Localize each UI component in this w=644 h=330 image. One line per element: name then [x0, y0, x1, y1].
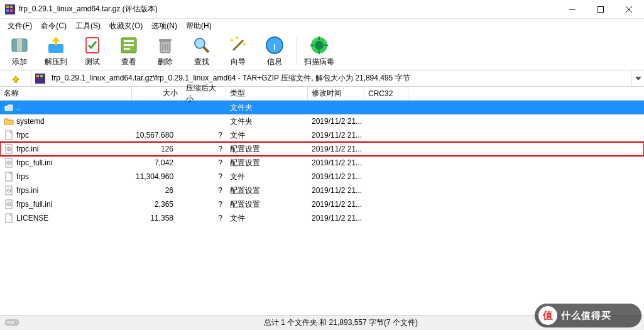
svg-point-25 — [231, 39, 233, 41]
cell-packed: ? — [182, 158, 226, 167]
col-date[interactable]: 修改时间 — [308, 87, 364, 100]
cell-date: 2019/11/2 21... — [308, 186, 364, 195]
find-button[interactable]: 查找 — [186, 35, 217, 67]
cell-size: 11,304,960 — [132, 172, 182, 181]
svg-rect-16 — [124, 48, 130, 50]
path-input[interactable] — [49, 70, 631, 86]
col-crc[interactable]: CRC32 — [364, 87, 408, 100]
col-name[interactable]: 名称 — [0, 87, 132, 100]
test-button[interactable]: 测试 — [77, 35, 108, 67]
cell-date: 2019/11/2 21... — [308, 158, 364, 167]
path-dropdown[interactable] — [631, 70, 644, 86]
menu-tools[interactable]: 工具(S) — [72, 19, 104, 33]
cell-date: 2019/11/2 21... — [308, 200, 364, 209]
cell-size: 126 — [132, 145, 182, 153]
cell-type: 配置设置 — [226, 158, 308, 168]
cell-type: 文件 — [226, 213, 308, 224]
cell-name: frpc.ini — [0, 144, 132, 154]
table-row[interactable]: frpc10,567,680?文件2019/11/2 21... — [0, 128, 644, 142]
svg-rect-10 — [17, 39, 22, 52]
table-row[interactable]: frpc_full.ini7,042?配置设置2019/11/2 21... — [0, 156, 644, 170]
cell-name: frpc — [0, 130, 132, 140]
svg-rect-14 — [124, 40, 134, 42]
table-row[interactable]: systemd文件夹2019/11/2 21... — [0, 114, 644, 128]
table-row[interactable]: frps.ini26?配置设置2019/11/2 21... — [0, 184, 644, 197]
svg-rect-15 — [124, 44, 134, 46]
svg-rect-38 — [40, 75, 43, 77]
cell-name: frps_full.ini — [0, 199, 132, 209]
menu-command[interactable]: 命令(C) — [37, 19, 70, 33]
svg-point-55 — [15, 322, 17, 324]
menu-options[interactable]: 选项(N) — [148, 19, 181, 33]
svg-rect-3 — [6, 9, 9, 12]
toolbar: 添加 解压到 测试 查看 删除 查找 向导 i信息 扫描病毒 — [0, 33, 644, 70]
svg-point-27 — [243, 43, 246, 45]
cell-packed: ? — [182, 145, 226, 153]
svg-rect-37 — [36, 75, 39, 77]
cell-packed: ? — [182, 200, 226, 209]
col-size[interactable]: 大小 — [132, 87, 182, 100]
svg-rect-2 — [10, 6, 13, 8]
table-row[interactable]: LICENSE11,358?文件2019/11/2 21... — [0, 211, 644, 225]
table-row[interactable]: frps_full.ini2,365?配置设置2019/11/2 21... — [0, 197, 644, 211]
maximize-button[interactable] — [586, 1, 614, 18]
extract-icon — [46, 35, 66, 55]
cell-type: 文件 — [226, 130, 308, 141]
scan-button[interactable]: 扫描病毒 — [303, 35, 335, 67]
table-row[interactable]: ..文件夹 — [0, 101, 644, 114]
info-icon: i — [265, 35, 285, 55]
titlebar: frp_0.29.1_linux_amd64.tar.gz (评估版本) — [0, 0, 644, 19]
view-button[interactable]: 查看 — [113, 35, 145, 67]
svg-point-52 — [8, 204, 9, 205]
svg-text:i: i — [273, 43, 275, 52]
table-row[interactable]: frpc.ini126?配置设置2019/11/2 21... — [0, 142, 644, 156]
menu-file[interactable]: 文件(F) — [4, 19, 36, 33]
add-button[interactable]: 添加 — [4, 35, 35, 67]
svg-rect-46 — [6, 172, 12, 181]
wand-icon — [228, 35, 248, 55]
svg-point-49 — [8, 190, 9, 191]
menu-favorites[interactable]: 收藏夹(O) — [106, 19, 146, 33]
cell-type: 文件夹 — [226, 102, 308, 113]
table-row[interactable]: frps11,304,960?文件2019/11/2 21... — [0, 170, 644, 184]
minimize-button[interactable] — [558, 1, 586, 18]
file-list[interactable]: ..文件夹systemd文件夹2019/11/2 21...frpc10,567… — [0, 101, 644, 308]
svg-rect-1 — [6, 6, 9, 8]
cell-date: 2019/11/2 21... — [308, 172, 364, 181]
col-type[interactable]: 类型 — [226, 87, 308, 100]
app-icon — [5, 4, 15, 14]
cell-packed: ? — [182, 186, 226, 195]
cell-type: 文件 — [226, 172, 308, 182]
up-folder-button[interactable] — [0, 70, 31, 86]
cell-name: LICENSE — [0, 213, 132, 223]
cell-packed: ? — [182, 214, 226, 223]
cell-date: 2019/11/2 21... — [308, 117, 364, 126]
svg-rect-11 — [48, 44, 63, 53]
svg-point-31 — [315, 41, 324, 50]
pathbar — [0, 70, 644, 87]
wizard-button[interactable]: 向导 — [222, 35, 254, 67]
watermark: 值 什么值得买 — [535, 304, 641, 327]
search-icon — [192, 35, 212, 55]
drive-icon — [5, 318, 19, 329]
col-packed[interactable]: 压缩后大小 — [182, 87, 226, 100]
cell-size: 11,358 — [132, 214, 182, 223]
watermark-icon: 值 — [538, 306, 557, 325]
svg-line-24 — [233, 40, 243, 50]
close-button[interactable] — [614, 1, 643, 18]
trash-icon — [155, 35, 175, 55]
cell-type: 配置设置 — [226, 144, 308, 155]
delete-button[interactable]: 删除 — [150, 35, 181, 67]
virus-icon — [309, 35, 329, 55]
info-button[interactable]: i信息 — [259, 35, 290, 67]
svg-rect-18 — [159, 39, 172, 41]
svg-rect-53 — [6, 214, 12, 223]
menu-help[interactable]: 帮助(H) — [182, 19, 216, 33]
menubar: 文件(F) 命令(C) 工具(S) 收藏夹(O) 选项(N) 帮助(H) — [0, 19, 644, 33]
status-text: 总计 1 个文件夹 和 21,893,557 字节(7 个文件) — [264, 317, 418, 328]
watermark-text: 什么值得买 — [561, 310, 611, 322]
svg-point-45 — [8, 162, 9, 163]
cell-name: frps.ini — [0, 185, 132, 195]
cell-type: 配置设置 — [226, 199, 308, 210]
extract-button[interactable]: 解压到 — [40, 35, 72, 67]
